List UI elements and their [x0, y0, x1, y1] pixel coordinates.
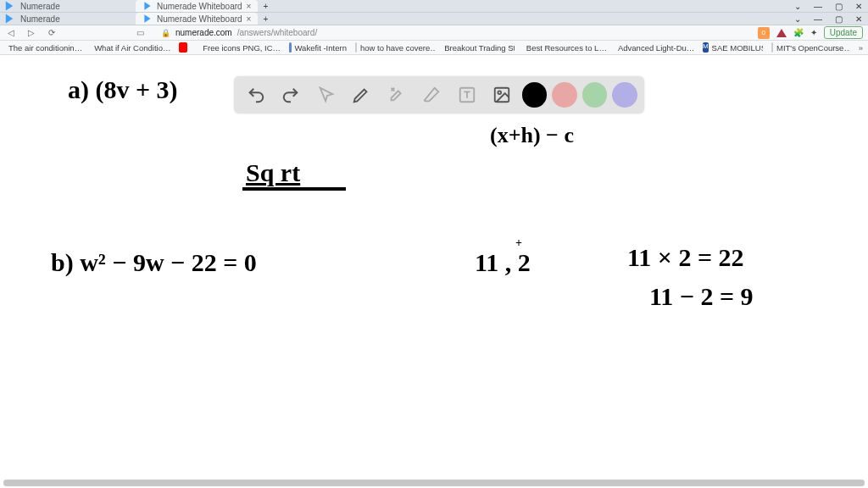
bookmark-item[interactable] — [179, 42, 191, 53]
handwriting-sqrt: Sq rt — [246, 158, 300, 187]
handwriting-line-b: b) w² − 9w − 22 = 0 — [51, 248, 257, 277]
whiteboard-canvas[interactable]: a) (8v + 3) (x+h) − c Sq rt b) w² − 9w −… — [0, 55, 868, 480]
drawing-toolbar — [234, 76, 644, 114]
undo-icon — [247, 86, 265, 104]
window-close-icon[interactable]: ✕ — [853, 2, 865, 11]
pen-button[interactable] — [346, 80, 376, 110]
handwriting-underline — [242, 187, 346, 191]
bookmark-label: Breakout Trading St… — [444, 43, 515, 53]
bookmark-label: SAE MOBILUS — [712, 43, 763, 53]
eraser-button[interactable] — [416, 80, 446, 110]
youtube-icon — [179, 42, 187, 53]
bookmark-label: The air conditionin… — [8, 43, 82, 53]
app-logo-icon — [3, 13, 15, 25]
app-logo-icon — [3, 0, 15, 12]
tab-title: Numerade Whiteboard — [157, 14, 242, 24]
tools-icon — [387, 86, 406, 104]
bookmark-label: Free icons PNG, IC… — [203, 43, 280, 53]
window-maximize-icon[interactable]: ▢ — [832, 2, 844, 11]
app-title: Numerade — [20, 14, 114, 24]
bookmark-item[interactable]: Wakefit -Intern — [289, 42, 347, 53]
bookmark-item[interactable]: What if Air Conditio… — [91, 42, 170, 53]
nav-forward-icon[interactable]: ▷ — [25, 28, 37, 37]
window-titlebar-2: Numerade Numerade Whiteboard × + ⌄ — ▢ ✕ — [0, 13, 868, 25]
window-titlebar-1: Numerade Numerade Whiteboard × + ⌄ — ▢ ✕ — [0, 0, 868, 13]
window-maximize-icon[interactable]: ▢ — [832, 14, 844, 24]
svg-point-6 — [498, 91, 501, 94]
browser-tab[interactable]: Numerade Whiteboard × — [136, 13, 258, 25]
app-title: Numerade — [20, 2, 114, 11]
bookmarks-overflow-icon[interactable]: » — [859, 43, 863, 53]
handwriting-line-a: a) (8v + 3) — [68, 75, 178, 104]
bookmark-item[interactable]: how to have covere… — [355, 42, 436, 53]
tab-favicon-icon — [142, 14, 153, 24]
tab-close-icon[interactable]: × — [247, 14, 252, 24]
window-minimize-icon[interactable]: — — [812, 2, 824, 11]
handwriting-sub: 11 − 2 = 9 — [649, 282, 754, 311]
favicon-icon — [289, 42, 292, 53]
text-button[interactable] — [452, 80, 481, 110]
color-black[interactable] — [522, 82, 548, 108]
url-domain: numerade.com — [175, 28, 232, 37]
bookmark-item[interactable]: The air conditionin… — [5, 42, 82, 53]
svg-marker-2 — [6, 14, 13, 23]
bookmark-label: Advanced Light-Du… — [618, 43, 694, 53]
new-tab-button[interactable]: + — [263, 2, 268, 11]
tab-title: Numerade Whiteboard — [157, 2, 242, 11]
address-bar-row: ◁ ▷ ⟳ ▭ 🔒 numerade.com /answers/whiteboa… — [0, 25, 868, 41]
handwriting-factors: 11 , 2 — [475, 248, 531, 277]
svg-marker-1 — [144, 2, 150, 10]
bookmark-item[interactable]: Free icons PNG, IC… — [199, 42, 280, 53]
tab-close-icon[interactable]: × — [247, 2, 252, 11]
color-purple[interactable] — [612, 82, 637, 108]
nav-reload-icon[interactable]: ⟳ — [46, 28, 58, 37]
warning-triangle-icon[interactable] — [776, 29, 787, 37]
color-pink[interactable] — [552, 82, 577, 108]
bookmark-star-icon[interactable]: ✦ — [810, 28, 817, 37]
window-close-icon[interactable]: ✕ — [853, 14, 865, 24]
image-button[interactable] — [487, 80, 516, 110]
favicon-icon: M — [703, 42, 709, 53]
extension-icon[interactable]: 🧩 — [793, 28, 804, 37]
redo-button[interactable] — [275, 80, 305, 110]
browser-tab[interactable]: Numerade Whiteboard × — [136, 0, 258, 12]
new-tab-button[interactable]: + — [263, 14, 268, 24]
bookmark-label: MIT's OpenCourse… — [776, 43, 850, 53]
text-icon — [458, 86, 476, 104]
bookmarks-bar: The air conditionin… What if Air Conditi… — [0, 41, 868, 55]
image-icon — [492, 86, 511, 104]
pointer-button[interactable] — [311, 80, 341, 110]
bookmark-item[interactable]: Best Resources to L… — [523, 42, 606, 53]
window-minimize-icon[interactable]: — — [812, 14, 824, 24]
tracker-shield-icon[interactable]: 0 — [758, 27, 770, 39]
color-green[interactable] — [582, 82, 608, 108]
url-path: /answers/whiteboard/ — [237, 28, 318, 37]
handwriting-mult: 11 × 2 = 22 — [627, 243, 744, 272]
bookmark-label: What if Air Conditio… — [94, 43, 170, 53]
bookmark-item[interactable]: Breakout Trading St… — [444, 43, 515, 53]
lock-icon: 🔒 — [161, 29, 170, 37]
bookmark-item[interactable]: Advanced Light-Du… — [615, 42, 694, 53]
svg-marker-3 — [144, 14, 150, 23]
window-dropdown-icon[interactable]: ⌄ — [792, 2, 804, 11]
undo-button[interactable] — [241, 80, 270, 110]
google-icon — [355, 42, 357, 53]
window-dropdown-icon[interactable]: ⌄ — [792, 14, 804, 24]
bookmark-item[interactable]: MSAE MOBILUS — [703, 42, 763, 53]
svg-marker-0 — [6, 1, 13, 10]
address-bar[interactable]: 🔒 numerade.com /answers/whiteboard/ — [161, 28, 317, 37]
update-button[interactable]: Update — [824, 26, 863, 39]
google-icon — [771, 42, 773, 53]
pen-icon — [352, 86, 370, 104]
bookmark-label: how to have covere… — [360, 43, 436, 53]
tools-button[interactable] — [381, 80, 411, 110]
bookmark-item[interactable]: MIT's OpenCourse… — [771, 42, 850, 53]
nav-back-icon[interactable]: ◁ — [5, 28, 17, 37]
bookmark-label: Best Resources to L… — [526, 43, 606, 53]
horizontal-scrollbar[interactable] — [3, 480, 865, 486]
eraser-icon — [422, 86, 441, 104]
pointer-icon — [317, 86, 336, 104]
bookmark-label: Wakefit -Intern — [295, 43, 347, 53]
reader-mode-icon[interactable]: ▭ — [134, 28, 146, 37]
scrollbar-thumb[interactable] — [3, 480, 865, 486]
